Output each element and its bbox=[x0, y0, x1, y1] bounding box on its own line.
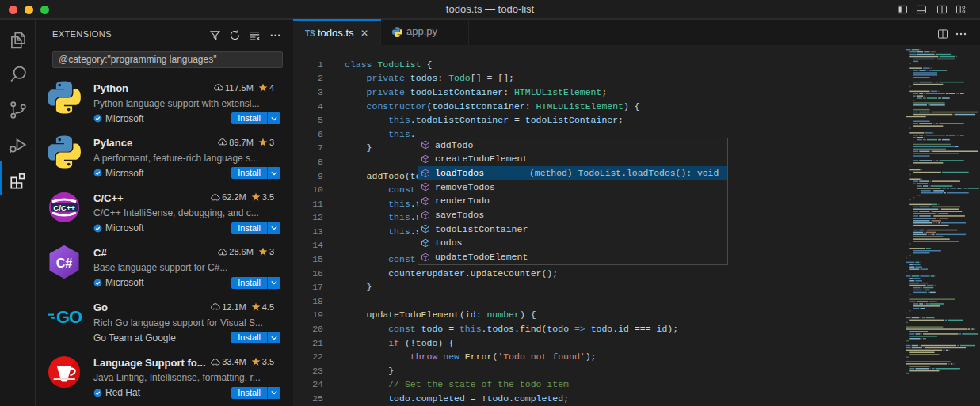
svg-text:C/C++: C/C++ bbox=[53, 203, 75, 211]
svg-text:C#: C# bbox=[56, 256, 73, 269]
svg-text:GO: GO bbox=[56, 307, 82, 327]
